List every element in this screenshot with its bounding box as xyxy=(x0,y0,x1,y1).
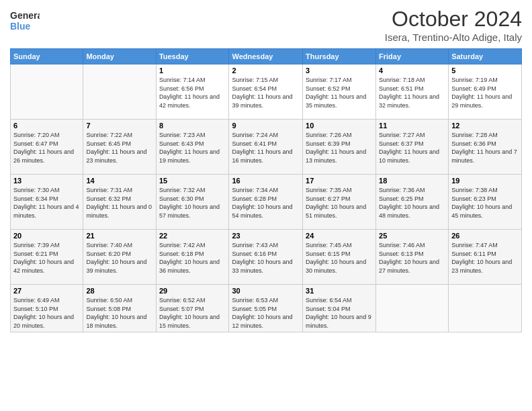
day-number: 23 xyxy=(232,232,300,240)
day-info: Sunrise: 7:14 AMSunset: 6:56 PMDaylight:… xyxy=(159,76,226,109)
week-row-4: 20Sunrise: 7:39 AMSunset: 6:21 PMDayligh… xyxy=(11,230,522,285)
day-number: 8 xyxy=(159,122,226,130)
day-info: Sunrise: 7:39 AMSunset: 6:21 PMDaylight:… xyxy=(13,241,80,275)
day-number: 24 xyxy=(306,232,373,240)
day-info: Sunrise: 6:50 AMSunset: 5:08 PMDaylight:… xyxy=(86,296,152,330)
month-title: October 2024 xyxy=(385,7,522,32)
day-number: 12 xyxy=(451,122,519,130)
day-info: Sunrise: 6:49 AMSunset: 5:10 PMDaylight:… xyxy=(13,296,80,330)
day-number: 7 xyxy=(86,122,152,130)
day-number: 9 xyxy=(232,122,300,130)
day-number: 14 xyxy=(86,177,152,185)
day-cell: 26Sunrise: 7:47 AMSunset: 6:11 PMDayligh… xyxy=(449,230,522,285)
day-cell: 1Sunrise: 7:14 AMSunset: 6:56 PMDaylight… xyxy=(156,64,229,120)
day-cell: 15Sunrise: 7:32 AMSunset: 6:30 PMDayligh… xyxy=(156,175,229,230)
day-cell: 9Sunrise: 7:24 AMSunset: 6:41 PMDaylight… xyxy=(229,120,303,175)
day-number: 5 xyxy=(451,66,519,75)
title-block: October 2024 Isera, Trentino-Alto Adige,… xyxy=(385,7,522,43)
day-number: 25 xyxy=(379,232,445,240)
day-number: 29 xyxy=(159,287,226,295)
day-info: Sunrise: 6:53 AMSunset: 5:05 PMDaylight:… xyxy=(232,296,300,330)
day-info: Sunrise: 7:40 AMSunset: 6:20 PMDaylight:… xyxy=(86,241,152,275)
day-info: Sunrise: 7:20 AMSunset: 6:47 PMDaylight:… xyxy=(13,131,80,165)
day-cell: 12Sunrise: 7:28 AMSunset: 6:36 PMDayligh… xyxy=(449,120,522,175)
day-info: Sunrise: 7:42 AMSunset: 6:18 PMDaylight:… xyxy=(159,241,226,275)
day-info: Sunrise: 7:23 AMSunset: 6:43 PMDaylight:… xyxy=(159,131,226,165)
day-info: Sunrise: 7:26 AMSunset: 6:39 PMDaylight:… xyxy=(306,131,373,165)
day-cell: 8Sunrise: 7:23 AMSunset: 6:43 PMDaylight… xyxy=(156,120,229,175)
day-number: 19 xyxy=(451,177,519,185)
day-number: 22 xyxy=(159,232,226,240)
week-row-3: 13Sunrise: 7:30 AMSunset: 6:34 PMDayligh… xyxy=(11,175,522,230)
col-monday: Monday xyxy=(83,49,156,64)
day-number: 17 xyxy=(306,177,373,185)
page: General Blue October 2024 Isera, Trentin… xyxy=(0,0,532,339)
day-info: Sunrise: 6:54 AMSunset: 5:04 PMDaylight:… xyxy=(306,296,373,330)
day-cell xyxy=(449,285,522,332)
location-subtitle: Isera, Trentino-Alto Adige, Italy xyxy=(385,32,522,43)
day-number: 3 xyxy=(306,66,373,75)
day-info: Sunrise: 7:30 AMSunset: 6:34 PMDaylight:… xyxy=(13,186,80,220)
day-cell: 25Sunrise: 7:46 AMSunset: 6:13 PMDayligh… xyxy=(376,230,449,285)
day-info: Sunrise: 6:52 AMSunset: 5:07 PMDaylight:… xyxy=(159,296,226,330)
day-cell: 24Sunrise: 7:45 AMSunset: 6:15 PMDayligh… xyxy=(303,230,376,285)
day-cell: 17Sunrise: 7:35 AMSunset: 6:27 PMDayligh… xyxy=(303,175,376,230)
day-info: Sunrise: 7:24 AMSunset: 6:41 PMDaylight:… xyxy=(232,131,300,165)
day-cell: 30Sunrise: 6:53 AMSunset: 5:05 PMDayligh… xyxy=(229,285,303,332)
day-cell: 2Sunrise: 7:15 AMSunset: 6:54 PMDaylight… xyxy=(229,64,303,120)
day-cell: 10Sunrise: 7:26 AMSunset: 6:39 PMDayligh… xyxy=(303,120,376,175)
day-number: 20 xyxy=(13,232,80,240)
col-thursday: Thursday xyxy=(303,49,376,64)
day-number: 6 xyxy=(13,122,80,130)
day-info: Sunrise: 7:22 AMSunset: 6:45 PMDaylight:… xyxy=(86,131,152,165)
day-info: Sunrise: 7:19 AMSunset: 6:49 PMDaylight:… xyxy=(451,76,519,109)
day-number: 16 xyxy=(232,177,300,185)
day-info: Sunrise: 7:32 AMSunset: 6:30 PMDaylight:… xyxy=(159,186,226,220)
day-info: Sunrise: 7:38 AMSunset: 6:23 PMDaylight:… xyxy=(451,186,519,220)
day-cell: 27Sunrise: 6:49 AMSunset: 5:10 PMDayligh… xyxy=(11,285,83,332)
day-cell xyxy=(376,285,449,332)
day-cell: 13Sunrise: 7:30 AMSunset: 6:34 PMDayligh… xyxy=(11,175,83,230)
week-row-1: 1Sunrise: 7:14 AMSunset: 6:56 PMDaylight… xyxy=(11,64,522,120)
day-info: Sunrise: 7:17 AMSunset: 6:52 PMDaylight:… xyxy=(306,76,373,109)
day-info: Sunrise: 7:35 AMSunset: 6:27 PMDaylight:… xyxy=(306,186,373,220)
day-info: Sunrise: 7:46 AMSunset: 6:13 PMDaylight:… xyxy=(379,241,445,275)
day-cell: 16Sunrise: 7:34 AMSunset: 6:28 PMDayligh… xyxy=(229,175,303,230)
day-number: 11 xyxy=(379,122,445,130)
day-info: Sunrise: 7:45 AMSunset: 6:15 PMDaylight:… xyxy=(306,241,373,275)
day-number: 10 xyxy=(306,122,373,130)
day-cell: 29Sunrise: 6:52 AMSunset: 5:07 PMDayligh… xyxy=(156,285,229,332)
day-cell: 23Sunrise: 7:43 AMSunset: 6:16 PMDayligh… xyxy=(229,230,303,285)
day-number: 21 xyxy=(86,232,152,240)
svg-text:General: General xyxy=(10,10,40,21)
day-info: Sunrise: 7:28 AMSunset: 6:36 PMDaylight:… xyxy=(451,131,519,165)
day-cell: 6Sunrise: 7:20 AMSunset: 6:47 PMDaylight… xyxy=(11,120,83,175)
day-number: 28 xyxy=(86,287,152,295)
day-cell: 4Sunrise: 7:18 AMSunset: 6:51 PMDaylight… xyxy=(376,64,449,120)
day-info: Sunrise: 7:31 AMSunset: 6:32 PMDaylight:… xyxy=(86,186,152,220)
day-number: 30 xyxy=(232,287,300,295)
day-cell: 18Sunrise: 7:36 AMSunset: 6:25 PMDayligh… xyxy=(376,175,449,230)
day-number: 27 xyxy=(13,287,80,295)
header: General Blue October 2024 Isera, Trentin… xyxy=(10,7,522,43)
week-row-2: 6Sunrise: 7:20 AMSunset: 6:47 PMDaylight… xyxy=(11,120,522,175)
day-cell: 19Sunrise: 7:38 AMSunset: 6:23 PMDayligh… xyxy=(449,175,522,230)
day-cell: 11Sunrise: 7:27 AMSunset: 6:37 PMDayligh… xyxy=(376,120,449,175)
day-number: 15 xyxy=(159,177,226,185)
day-number: 1 xyxy=(159,66,226,75)
col-friday: Friday xyxy=(376,49,449,64)
day-cell: 31Sunrise: 6:54 AMSunset: 5:04 PMDayligh… xyxy=(303,285,376,332)
day-cell: 3Sunrise: 7:17 AMSunset: 6:52 PMDaylight… xyxy=(303,64,376,120)
day-cell xyxy=(11,64,83,120)
header-row: Sunday Monday Tuesday Wednesday Thursday… xyxy=(11,49,522,64)
day-cell: 20Sunrise: 7:39 AMSunset: 6:21 PMDayligh… xyxy=(11,230,83,285)
col-tuesday: Tuesday xyxy=(156,49,229,64)
day-cell: 7Sunrise: 7:22 AMSunset: 6:45 PMDaylight… xyxy=(83,120,156,175)
day-number: 13 xyxy=(13,177,80,185)
day-cell: 22Sunrise: 7:42 AMSunset: 6:18 PMDayligh… xyxy=(156,230,229,285)
day-info: Sunrise: 7:36 AMSunset: 6:25 PMDaylight:… xyxy=(379,186,445,220)
col-saturday: Saturday xyxy=(449,49,522,64)
col-sunday: Sunday xyxy=(11,49,83,64)
day-info: Sunrise: 7:27 AMSunset: 6:37 PMDaylight:… xyxy=(379,131,445,165)
col-wednesday: Wednesday xyxy=(229,49,303,64)
